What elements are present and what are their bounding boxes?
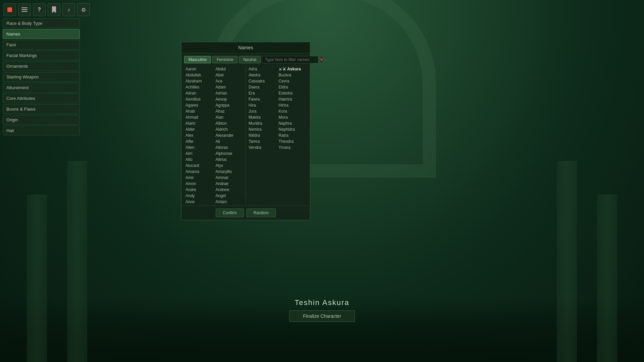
name-item[interactable]: Theodra — [277, 138, 308, 144]
name-item[interactable]: Amaros — [184, 169, 214, 175]
name-item[interactable]: Cassatra — [247, 78, 277, 84]
name-item[interactable]: Alucard — [184, 163, 214, 169]
name-item[interactable]: ⚔ Askura — [277, 66, 308, 72]
name-item[interactable]: Fawra — [247, 96, 277, 102]
name-item[interactable]: Amaryllis — [214, 169, 245, 175]
name-item[interactable]: Adrian — [214, 90, 245, 96]
name-item[interactable]: Allen — [184, 144, 214, 150]
name-item[interactable]: Aemilius — [184, 96, 214, 102]
name-item[interactable]: Altrius — [214, 157, 245, 163]
name-item[interactable]: Alder — [184, 126, 214, 132]
menu-icon[interactable] — [18, 3, 31, 16]
clear-search-button[interactable]: ✕ — [320, 56, 323, 63]
sidebar-item-boons-flaws[interactable]: Boons & Flaws — [3, 104, 80, 114]
name-item[interactable]: Andrew — [214, 187, 245, 193]
name-item[interactable]: Adran — [184, 90, 214, 96]
name-item[interactable]: Ratra — [277, 132, 308, 138]
name-item[interactable]: Hira — [247, 102, 277, 108]
name-item[interactable]: Ahaz — [214, 108, 245, 114]
name-item[interactable]: Hirtra — [277, 102, 308, 108]
finalize-button[interactable]: Finalize Character — [289, 310, 355, 322]
confirm-button[interactable]: Confirm — [216, 208, 244, 217]
name-item[interactable]: Kora — [277, 108, 308, 114]
name-item[interactable]: Muridra — [247, 120, 277, 126]
sidebar-item-core-attributes[interactable]: Core Attributes — [3, 94, 80, 103]
filter-neutral[interactable]: Neutral — [239, 56, 261, 63]
name-item[interactable]: Agares — [184, 102, 214, 108]
name-item[interactable]: Mora — [277, 114, 308, 120]
name-item[interactable]: Ace — [214, 78, 245, 84]
name-item[interactable]: Amir — [184, 175, 214, 181]
name-item[interactable]: Buckra — [277, 72, 308, 78]
help-icon[interactable]: ? — [33, 3, 46, 16]
name-item[interactable]: Ali — [214, 138, 245, 144]
random-button[interactable]: Random — [247, 208, 276, 217]
name-item[interactable]: Abdullah — [184, 72, 214, 78]
name-item[interactable]: Abel — [214, 72, 245, 78]
name-item[interactable]: Ymara — [277, 144, 308, 150]
sidebar-item-ornaments[interactable]: Ornaments — [3, 61, 80, 71]
name-item[interactable]: Abraham — [184, 78, 214, 84]
name-item[interactable]: Adam — [214, 84, 245, 90]
name-item[interactable]: Abdul — [214, 66, 245, 72]
bookmark-icon[interactable] — [48, 3, 60, 16]
name-item[interactable]: Alphonse — [214, 150, 245, 157]
sidebar-item-origin[interactable]: Origin — [3, 115, 80, 125]
name-item[interactable]: Achilles — [184, 84, 214, 90]
name-item[interactable]: Andrae — [214, 181, 245, 187]
name-item[interactable]: Aldrich — [214, 126, 245, 132]
filter-feminine[interactable]: Feminine — [212, 56, 237, 63]
name-item[interactable]: Adra — [247, 66, 277, 72]
name-item[interactable]: Ahmad — [184, 114, 214, 120]
name-item[interactable]: Amon — [184, 181, 214, 187]
name-item[interactable]: Alyx — [214, 163, 245, 169]
name-item[interactable]: Alto — [184, 157, 214, 163]
name-item[interactable]: Vendra — [247, 144, 277, 150]
name-item[interactable]: Estedra — [277, 90, 308, 96]
name-item[interactable]: Albion — [214, 120, 245, 126]
settings-icon[interactable]: ⚙ — [77, 3, 90, 16]
name-item[interactable]: Alloras — [214, 144, 245, 150]
name-item[interactable]: Cevra — [277, 78, 308, 84]
sidebar-item-names[interactable]: Names — [3, 29, 80, 39]
name-item[interactable]: Ammar — [214, 175, 245, 181]
name-item[interactable]: Alaric — [184, 120, 214, 126]
name-item[interactable]: Makira — [247, 114, 277, 120]
sidebar-item-starting-weapon[interactable]: Starting Weapon — [3, 72, 80, 82]
name-item[interactable]: Alan — [214, 114, 245, 120]
filter-masculine[interactable]: Masculine — [184, 56, 211, 63]
name-item[interactable]: Antonio — [214, 205, 245, 205]
name-item[interactable]: Daera — [247, 84, 277, 90]
name-item[interactable]: Angel — [214, 193, 245, 199]
name-item[interactable]: Anthony — [184, 205, 214, 205]
sidebar-item-facial-markings[interactable]: Facial Markings — [3, 51, 80, 60]
sidebar-item-face[interactable]: Face — [3, 40, 80, 50]
name-item[interactable]: Jura — [247, 108, 277, 114]
sidebar-item-hair[interactable]: Hair — [3, 126, 80, 135]
name-item[interactable]: Tamra — [247, 138, 277, 144]
name-item[interactable]: Nephidra — [277, 126, 308, 132]
name-item[interactable]: Alfie — [184, 138, 214, 144]
name-item[interactable]: Aesop — [214, 96, 245, 102]
name-item[interactable]: Niildra — [247, 132, 277, 138]
name-item[interactable]: Andy — [184, 193, 214, 199]
name-item[interactable]: Anos — [184, 199, 214, 205]
name-item[interactable]: Agrippa — [214, 102, 245, 108]
name-item[interactable]: Atedra — [247, 72, 277, 78]
name-item[interactable]: Antarc — [214, 199, 245, 205]
name-item[interactable]: Andre — [184, 187, 214, 193]
name-item[interactable]: Nemira — [247, 126, 277, 132]
name-item[interactable]: Eldra — [277, 84, 308, 90]
roblox-icon[interactable] — [3, 3, 16, 16]
name-item[interactable]: Naphra — [277, 120, 308, 126]
name-item[interactable]: Ahab — [184, 108, 214, 114]
sidebar-item-attunement[interactable]: Attunement — [3, 83, 80, 93]
name-item[interactable]: Haertra — [277, 96, 308, 102]
name-item[interactable]: Alex — [184, 132, 214, 138]
search-input[interactable] — [262, 56, 318, 63]
name-item[interactable]: Aaron — [184, 66, 214, 72]
name-item[interactable]: Alm — [184, 150, 214, 157]
name-item[interactable]: Era — [247, 90, 277, 96]
name-item[interactable]: Alexander — [214, 132, 245, 138]
music-icon[interactable]: ♪ — [62, 3, 75, 16]
